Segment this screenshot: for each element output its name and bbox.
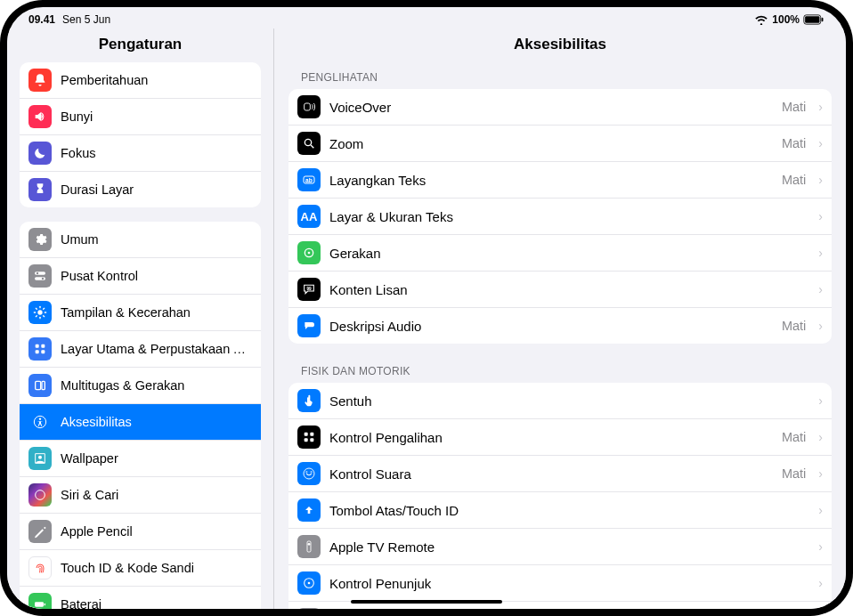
hover-text-icon: ab (297, 168, 321, 191)
svg-point-40 (304, 468, 314, 479)
chevron-right-icon: › (815, 209, 823, 223)
svg-rect-1 (805, 16, 819, 23)
svg-rect-27 (45, 604, 45, 606)
home-indicator[interactable] (351, 600, 502, 604)
touch-icon (297, 389, 321, 412)
gear-icon (28, 228, 52, 251)
sidebar-item-multitasking[interactable]: Multitugas & Gerakan (20, 368, 261, 404)
sidebar-item-focus[interactable]: Fokus (20, 135, 261, 172)
sidebar-group-2: Umum Pusat Kontrol Tampilan & Kecerahan … (20, 222, 261, 609)
svg-point-7 (37, 310, 42, 314)
svg-rect-36 (305, 433, 308, 436)
row-audio-descriptions[interactable]: Deskripsi Audio Mati › (288, 308, 832, 344)
siri-icon (28, 483, 52, 507)
sidebar-item-display[interactable]: Tampilan & Kecerahan (20, 295, 261, 331)
fingerprint-icon (28, 556, 52, 580)
pointer-icon (297, 571, 321, 595)
svg-point-44 (308, 543, 311, 546)
chevron-right-icon: › (815, 246, 823, 260)
sidebar-item-label: Pusat Kontrol (61, 269, 252, 283)
sidebar-item-label: Apple Pencil (61, 524, 252, 539)
chevron-right-icon: › (815, 576, 823, 590)
svg-point-46 (308, 582, 311, 585)
sidebar-item-accessibility[interactable]: Aksesibilitas (20, 404, 261, 441)
row-switch-control[interactable]: Kontrol Pengalihan Mati › (288, 419, 832, 456)
apps-grid-icon (28, 337, 52, 361)
row-value: Mati (782, 466, 806, 481)
textsize-icon: AA (297, 205, 321, 228)
wifi-icon (754, 14, 768, 25)
sidebar-item-screen-time[interactable]: Durasi Layar (20, 172, 261, 207)
row-touch[interactable]: Sentuh › (288, 383, 832, 419)
sidebar-item-label: Durasi Layar (61, 182, 252, 197)
chevron-right-icon: › (815, 136, 823, 150)
keyboard-icon (297, 608, 321, 609)
sidebar: Pengaturan Pemberitahuan Bunyi Fokus (7, 28, 274, 609)
moon-icon (28, 142, 52, 165)
sidebar-item-notifications[interactable]: Pemberitahuan (20, 62, 261, 99)
section-header-motor: Fisik dan Motorik (274, 360, 846, 383)
row-motion[interactable]: Gerakan › (288, 235, 832, 272)
sidebar-item-general[interactable]: Umum (20, 222, 261, 258)
sidebar-item-label: Multitugas & Gerakan (61, 378, 252, 393)
main-panel: Aksesibilitas Penglihatan VoiceOver Mati… (274, 28, 846, 609)
svg-point-25 (36, 490, 45, 500)
row-zoom[interactable]: Zoom Mati › (288, 126, 832, 162)
sidebar-item-label: Aksesibilitas (61, 415, 252, 429)
section-vision: VoiceOver Mati › Zoom Mati › ab Layangka… (288, 89, 832, 344)
row-label: Tombol Atas/Touch ID (329, 503, 806, 518)
svg-point-29 (305, 139, 311, 145)
sidebar-item-wallpaper[interactable]: Wallpaper (20, 441, 261, 477)
sidebar-item-label: Touch ID & Kode Sandi (61, 561, 252, 575)
svg-rect-39 (310, 438, 313, 442)
row-label: Deskripsi Audio (329, 319, 773, 334)
row-voiceover[interactable]: VoiceOver Mati › (288, 89, 832, 126)
sidebar-item-siri[interactable]: Siri & Cari (20, 477, 261, 514)
main-title: Aksesibilitas (274, 28, 846, 66)
svg-rect-16 (36, 344, 39, 348)
section-motor: Sentuh › Kontrol Pengalihan Mati › Kontr… (288, 383, 832, 609)
chevron-right-icon: › (815, 393, 823, 408)
row-apple-tv-remote[interactable]: Apple TV Remote › (288, 529, 832, 565)
sidebar-item-label: Bunyi (61, 109, 252, 124)
svg-point-6 (42, 278, 44, 280)
sidebar-item-touch-id[interactable]: Touch ID & Kode Sandi (20, 550, 261, 587)
sidebar-item-control-center[interactable]: Pusat Kontrol (20, 258, 261, 295)
svg-rect-17 (41, 344, 45, 348)
status-time: 09.41 (28, 13, 55, 26)
battery-row-icon (28, 593, 52, 609)
sidebar-item-label: Umum (61, 232, 252, 247)
row-label: Kontrol Pengalihan (329, 430, 773, 445)
chevron-right-icon: › (815, 100, 823, 114)
svg-line-14 (36, 316, 37, 317)
chevron-right-icon: › (815, 539, 823, 554)
svg-rect-4 (35, 277, 45, 280)
svg-text:99: 99 (306, 287, 312, 291)
svg-rect-19 (41, 350, 45, 353)
sidebar-item-battery[interactable]: Baterai (20, 587, 261, 609)
svg-rect-28 (305, 103, 311, 110)
row-top-button[interactable]: Tombol Atas/Touch ID › (288, 492, 832, 529)
svg-rect-37 (310, 433, 313, 436)
svg-rect-20 (36, 381, 41, 389)
wallpaper-icon (28, 447, 52, 470)
sidebar-item-sounds[interactable]: Bunyi (20, 99, 261, 135)
svg-rect-2 (822, 18, 824, 21)
row-label: Konten Lisan (329, 282, 806, 297)
svg-rect-21 (42, 381, 45, 389)
svg-point-34 (308, 252, 311, 255)
row-spoken-content[interactable]: 99 Konten Lisan › (288, 272, 832, 308)
brightness-icon (28, 301, 52, 324)
row-label: Kontrol Suara (329, 466, 773, 482)
sidebar-item-home-screen[interactable]: Layar Utama & Perpustakaan App (20, 331, 261, 368)
sidebar-item-apple-pencil[interactable]: Apple Pencil (20, 514, 261, 550)
row-hover-text[interactable]: ab Layangkan Teks Mati › (288, 162, 832, 199)
svg-point-23 (39, 417, 41, 419)
row-value: Mati (782, 100, 806, 114)
row-display-text-size[interactable]: AA Layar & Ukuran Teks › (288, 199, 832, 235)
row-value: Mati (782, 136, 806, 150)
row-voice-control[interactable]: Kontrol Suara Mati › (288, 456, 832, 492)
row-value: Mati (782, 430, 806, 444)
svg-point-24 (38, 456, 42, 459)
row-pointer-control[interactable]: Kontrol Penunjuk › (288, 565, 832, 602)
